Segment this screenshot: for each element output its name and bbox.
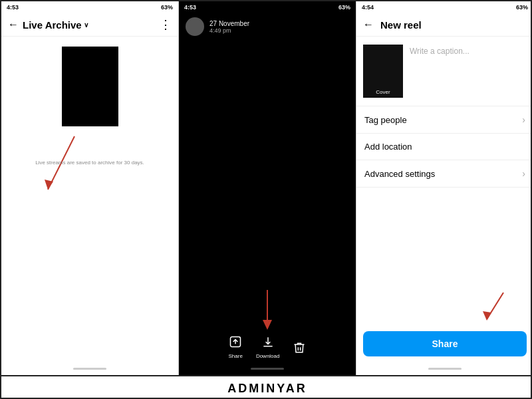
phone1-time: 4:53 (7, 4, 19, 11)
phone2-battery: 63% (338, 4, 350, 11)
back-arrow-icon[interactable]: ← (8, 19, 19, 31)
phone3-back-arrow-icon[interactable]: ← (363, 19, 374, 31)
phone3-battery: 63% (516, 4, 528, 11)
user-avatar (186, 17, 204, 36)
reel-top-area: Cover Write a caption... (356, 37, 532, 106)
phone3-status-bar: 4:54 63% (356, 1, 532, 13)
phone2-bottom-bar: Share Download (179, 330, 356, 362)
caption-area[interactable]: Write a caption... (410, 45, 527, 57)
red-arrow-3 (480, 293, 513, 332)
phone3-time: 4:54 (362, 4, 374, 11)
phone1-header-left: ← Live Archive ∨ (8, 19, 88, 31)
home-indicator-dark (251, 368, 284, 370)
outer-wrapper: 4:53 63% ← Live Archive ∨ ⋮ (1, 1, 532, 399)
phone3-header: ← New reel (356, 13, 532, 37)
share-action[interactable]: Share (229, 335, 243, 359)
share-label: Share (229, 353, 243, 359)
phone3-status-right: 63% (516, 4, 528, 11)
phone1-battery: 63% (161, 4, 173, 11)
phone1-content: Live streams are saved to archive for 30… (1, 37, 178, 362)
tag-people-chevron-icon: › (522, 114, 525, 125)
home-indicator (73, 368, 106, 370)
phone3-home (356, 362, 532, 375)
reel-options: Tag people › Add location Advanced setti… (356, 106, 532, 188)
post-time: 4:49 pm (209, 27, 249, 34)
phone3-bottom: Share (356, 325, 532, 362)
phone1-status-bar: 4:53 63% (1, 1, 178, 13)
bottom-label-text: ADMINYAR (227, 382, 307, 396)
cover-label: Cover (376, 89, 390, 95)
advanced-settings-label: Advanced settings (364, 169, 435, 179)
arrow-svg (41, 136, 81, 203)
phone1-panel: 4:53 63% ← Live Archive ∨ ⋮ (1, 1, 179, 375)
add-location-label: Add location (364, 142, 412, 152)
svg-marker-3 (263, 320, 272, 330)
download-label: Download (256, 353, 280, 359)
live-archive-title: Live Archive ∨ (23, 19, 88, 31)
add-location-option[interactable]: Add location (356, 134, 532, 160)
advanced-settings-chevron-icon: › (522, 168, 525, 179)
phone3-panel: 4:54 63% ← New reel Cover Writ (356, 1, 532, 375)
arrow3-svg (480, 293, 513, 329)
tag-people-label: Tag people (364, 115, 407, 125)
title-text: Live Archive (23, 19, 82, 31)
share-svg (229, 335, 242, 348)
post-meta: 27 November 4:49 pm (209, 20, 249, 34)
phone3-status-left: 4:54 (362, 4, 374, 11)
phone1-status-left: 4:53 (7, 4, 19, 11)
phone2-status-right: 63% (338, 4, 350, 11)
advanced-settings-option[interactable]: Advanced settings › (356, 160, 532, 188)
red-arrow-2 (254, 290, 281, 339)
caption-placeholder: Write a caption... (410, 44, 469, 56)
phone1-header: ← Live Archive ∨ ⋮ (1, 13, 178, 37)
phone2-home (179, 362, 356, 375)
phone2-status-left: 4:53 (184, 4, 196, 11)
reel-cover-thumbnail[interactable]: Cover (363, 45, 403, 98)
red-arrow-1 (41, 136, 81, 205)
bottom-label-bar: ADMINYAR (1, 375, 532, 399)
more-options-icon[interactable]: ⋮ (160, 17, 172, 32)
arrow2-svg (254, 290, 281, 336)
post-date: 27 November (209, 20, 249, 27)
phone1-status-right: 63% (161, 4, 173, 11)
phone3-content: Cover Write a caption... Tag people › (356, 37, 532, 362)
trash-svg (293, 341, 306, 354)
share-icon (229, 335, 242, 352)
home-indicator-phone3 (428, 368, 462, 370)
phone1-bottom (1, 362, 178, 375)
phone2-time: 4:53 (184, 4, 196, 11)
delete-action[interactable] (293, 341, 306, 359)
trash-icon (293, 341, 306, 358)
archive-note-text: Live streams are saved to archive for 30… (15, 160, 165, 166)
live-video-thumbnail (62, 47, 118, 126)
phone2-header-bar: 27 November 4:49 pm (179, 13, 356, 40)
svg-marker-9 (483, 311, 491, 321)
phone2-video-area (179, 40, 356, 330)
phone2-status-bar: 4:53 63% (179, 1, 356, 13)
phone2-panel: 4:53 63% 27 November 4:49 pm (179, 1, 356, 375)
phones-row: 4:53 63% ← Live Archive ∨ ⋮ (1, 1, 532, 375)
tag-people-option[interactable]: Tag people › (356, 106, 532, 134)
share-reel-button[interactable]: Share (363, 331, 527, 356)
new-reel-title: New reel (380, 19, 422, 31)
chevron-down-icon[interactable]: ∨ (84, 21, 88, 29)
